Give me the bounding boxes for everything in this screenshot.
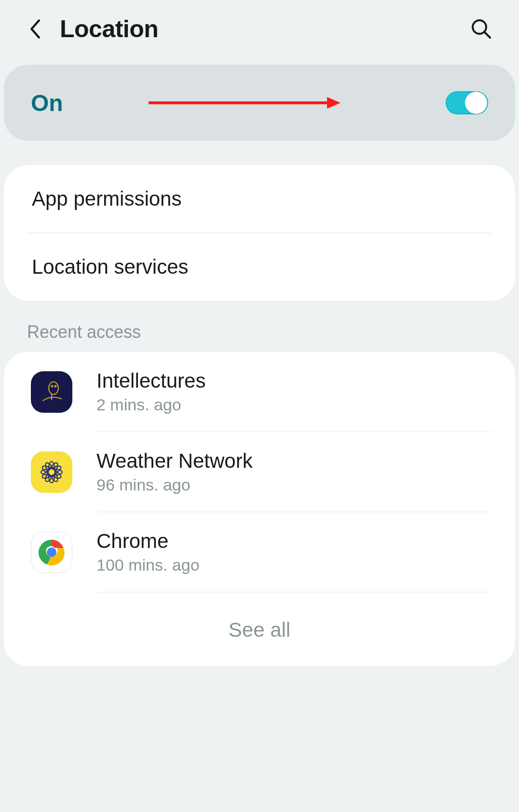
recent-item-intellectures[interactable]: Intellectures 2 mins. ago (4, 357, 515, 427)
divider (97, 432, 492, 432)
svg-point-4 (49, 382, 58, 394)
location-toggle-card[interactable]: On (4, 65, 515, 141)
see-all-button[interactable]: See all (4, 597, 515, 651)
weather-network-icon (31, 451, 72, 493)
recent-item-text: Weather Network 96 mins. ago (96, 449, 488, 494)
recent-app-time: 100 mins. ago (96, 556, 488, 574)
location-services-item[interactable]: Location services (4, 233, 515, 301)
recent-item-chrome[interactable]: Chrome 100 mins. ago (4, 517, 515, 587)
divider (97, 512, 492, 512)
intellectures-icon (31, 371, 72, 413)
recent-access-card: Intellectures 2 mins. ago Weather Networ… (4, 352, 515, 666)
svg-point-16 (47, 547, 56, 557)
recent-item-weather[interactable]: Weather Network 96 mins. ago (4, 437, 515, 507)
location-toggle-label: On (31, 90, 446, 116)
chrome-icon (31, 532, 72, 573)
recent-app-name: Intellectures (96, 369, 488, 392)
divider (97, 592, 492, 592)
recent-access-header: Recent access (0, 301, 519, 352)
recent-item-text: Chrome 100 mins. ago (96, 530, 488, 574)
svg-line-1 (485, 32, 490, 38)
options-card: App permissions Location services (4, 165, 515, 301)
chevron-left-icon (27, 18, 42, 40)
search-button[interactable] (468, 15, 495, 42)
recent-app-time: 2 mins. ago (96, 395, 488, 414)
svg-point-6 (55, 385, 56, 387)
app-permissions-item[interactable]: App permissions (4, 165, 515, 233)
location-switch[interactable] (446, 91, 488, 114)
page-title: Location (60, 15, 468, 43)
svg-point-11 (48, 462, 55, 483)
back-button[interactable] (24, 18, 45, 40)
recent-app-name: Chrome (96, 530, 488, 553)
recent-app-name: Weather Network (96, 449, 488, 473)
search-icon (470, 17, 493, 41)
svg-point-8 (41, 469, 62, 476)
recent-app-time: 96 mins. ago (96, 476, 488, 494)
recent-item-text: Intellectures 2 mins. ago (96, 369, 488, 414)
svg-point-5 (52, 385, 53, 387)
header-bar: Location (0, 0, 519, 58)
